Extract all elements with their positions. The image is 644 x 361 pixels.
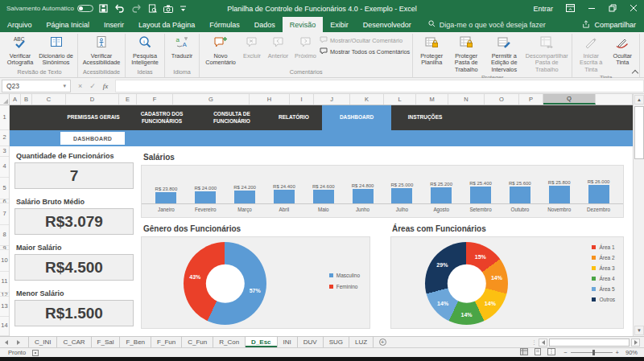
next-comment-button[interactable]: Próximo (292, 34, 319, 59)
hide-ink-button[interactable]: Ocultar Tinta (608, 34, 637, 67)
row-header-7[interactable]: 7 (0, 203, 9, 225)
sheet-tab-c-ini[interactable]: C_INI (29, 337, 57, 347)
menu-tab-pagina-inicial[interactable]: Página Inicial (39, 17, 97, 32)
unshare-workbook-button[interactable]: Descompartilhar Pasta de Trabalho (524, 34, 569, 73)
print-preview-icon[interactable] (148, 4, 157, 13)
dashboard-subtab[interactable]: DASHBOARD (60, 132, 125, 145)
scroll-up-icon[interactable]: ▲ (634, 95, 644, 105)
menu-tab-arquivo[interactable]: Arquivo (0, 17, 39, 32)
nav-tab-instrucoes[interactable]: INSTRUÇÕES (391, 105, 459, 130)
salary-bar-chart[interactable]: R$ 23.800R$ 24.000R$ 24.200R$ 24.400R$ 2… (141, 165, 624, 218)
name-box-dropdown-icon[interactable]: ▾ (63, 83, 66, 89)
collapse-ribbon-icon[interactable] (633, 69, 638, 73)
sheet-tab-d-esc[interactable]: D_Esc (246, 337, 277, 347)
hscroll-left-icon[interactable] (539, 338, 547, 347)
sheet-tab-f-ben[interactable]: F_Ben (120, 337, 151, 347)
menu-tab-exibir[interactable]: Exibir (323, 17, 356, 32)
column-header-b[interactable]: B (21, 94, 32, 105)
page-layout-view-icon[interactable] (534, 348, 542, 357)
page-break-view-icon[interactable] (547, 348, 555, 357)
gender-donut-chart[interactable]: 57%43% MasculinoFeminino (141, 236, 370, 329)
protect-workbook-button[interactable]: Proteger Pasta de Trabalho (448, 34, 484, 73)
column-header-j[interactable]: J (314, 94, 350, 105)
sheet-tab-c-fun[interactable]: C_Fun (182, 337, 213, 347)
menu-tab-layout-da-pagina[interactable]: Layout da Página (131, 17, 202, 32)
share-button[interactable]: Compartilhar (582, 17, 636, 32)
sheet-tab-ini[interactable]: INI (278, 337, 298, 347)
close-button[interactable] (630, 4, 638, 14)
column-header-l[interactable]: L (384, 94, 416, 105)
hscroll-right-icon[interactable] (631, 338, 640, 347)
thesaurus-button[interactable]: Dicionário de Sinônimos (37, 34, 75, 67)
translate-button[interactable]: aA Traduzir (167, 34, 196, 59)
menu-tab-dados[interactable]: Dados (247, 17, 283, 32)
show-hide-comment-button[interactable]: Mostrar/Ocultar Comentário (320, 36, 410, 45)
sheet-nav-right-icon[interactable] (12, 337, 24, 347)
nav-tab-dashboard[interactable]: DASHBOARD (322, 105, 391, 130)
zoom-in-icon[interactable]: + (616, 349, 619, 356)
row-header-5[interactable]: 5 (0, 178, 9, 199)
column-header-k[interactable]: K (350, 94, 384, 105)
autosave-toggle[interactable]: Salvamento Automático (6, 5, 93, 12)
column-header-e[interactable]: E (119, 94, 137, 105)
delete-comment-button[interactable]: Excluir (240, 34, 264, 59)
horizontal-scroll-thumb[interactable] (549, 338, 630, 347)
nav-tab-relatorio[interactable]: RELATÓRIO (266, 105, 322, 130)
horizontal-scrollbar[interactable]: ⋮ (531, 337, 644, 347)
name-box[interactable]: Q23 ▾ (2, 80, 71, 92)
zoom-slider-thumb[interactable] (592, 350, 595, 355)
sheet-tab-c-car[interactable]: C_CAR (57, 337, 91, 347)
sheet-tab-luz[interactable]: LUZ (349, 337, 374, 347)
menu-tab-revisao[interactable]: Revisão (283, 17, 324, 32)
check-accessibility-button[interactable]: Verificar Acessibilidade (80, 34, 122, 67)
row-header-4[interactable]: 4 (0, 157, 9, 178)
macro-record-icon[interactable] (32, 350, 39, 356)
sheet-tab-f-sal[interactable]: F_Sal (92, 337, 121, 347)
row-header-10[interactable]: 10 (0, 250, 9, 272)
undo-icon[interactable] (114, 4, 125, 13)
row-header-13[interactable]: 13 (0, 297, 9, 317)
column-header-f[interactable]: F (137, 94, 173, 105)
menu-tab-desenvolvedor[interactable]: Desenvolvedor (356, 17, 419, 32)
zoom-slider[interactable] (571, 352, 613, 353)
sheet-tab-duv[interactable]: DUV (298, 337, 324, 347)
sheet-tab-sug[interactable]: SUG (324, 337, 349, 347)
new-sheet-button[interactable]: + (374, 337, 391, 347)
protect-sheet-button[interactable]: Proteger Planilha (415, 34, 448, 67)
sign-in-button[interactable]: Entrar (533, 5, 553, 13)
sheet-nav-left-icon[interactable] (0, 337, 12, 347)
column-header-d[interactable]: D (66, 94, 119, 105)
row-header-1[interactable]: 1 (0, 105, 9, 130)
zoom-level[interactable]: 90% (625, 349, 638, 356)
menu-tab-inserir[interactable]: Inserir (97, 17, 131, 32)
cancel-icon[interactable]: × (78, 82, 82, 90)
row-header-2[interactable]: 2 (0, 130, 9, 146)
redo-icon[interactable] (131, 4, 142, 13)
nav-tab-consulta-de-funcionario[interactable]: CONSULTA DE FUNCIONÁRIO (198, 105, 266, 130)
minimize-button[interactable] (588, 4, 596, 14)
areas-donut-chart[interactable]: 15%14%14%14%14%29% Área 1Área 2Área 3Áre… (390, 236, 624, 329)
row-header-8[interactable]: 8 (0, 225, 9, 246)
sheet-tab-f-fun[interactable]: F_Fun (151, 337, 182, 347)
scroll-down-icon[interactable]: ▼ (634, 326, 644, 335)
nav-tab-cadastro-dos-funcionarios[interactable]: CADASTRO DOS FUNCIONÁRIOS (126, 105, 198, 130)
column-header-o[interactable]: O (485, 94, 519, 105)
restore-button[interactable] (609, 4, 617, 14)
start-inking-button[interactable]: Iniciar Escrita à Tinta (575, 34, 607, 73)
show-all-comments-button[interactable]: Mostrar Todos os Comentários (320, 47, 410, 56)
row-header-3[interactable]: 3 (0, 146, 9, 157)
save-icon[interactable] (99, 4, 108, 13)
column-header-c[interactable]: C (32, 94, 66, 105)
column-header-g[interactable]: G (173, 94, 250, 105)
column-header-i[interactable]: I (290, 94, 314, 105)
normal-view-icon[interactable] (520, 348, 528, 357)
menu-tab-formulas[interactable]: Fórmulas (202, 17, 247, 32)
column-header-q[interactable]: Q (543, 94, 596, 105)
column-header-m[interactable]: M (416, 94, 448, 105)
previous-comment-button[interactable]: Anterior (265, 34, 291, 59)
new-comment-button[interactable]: Novo Comentário (202, 34, 239, 67)
vertical-scroll-thumb[interactable] (634, 106, 644, 159)
nav-tab-premissas-gerais[interactable]: PREMISSAS GERAIS (61, 105, 126, 130)
column-header-n[interactable]: N (448, 94, 485, 105)
allow-edit-ranges-button[interactable]: Permitir a Edição de Intervalos (485, 34, 523, 73)
